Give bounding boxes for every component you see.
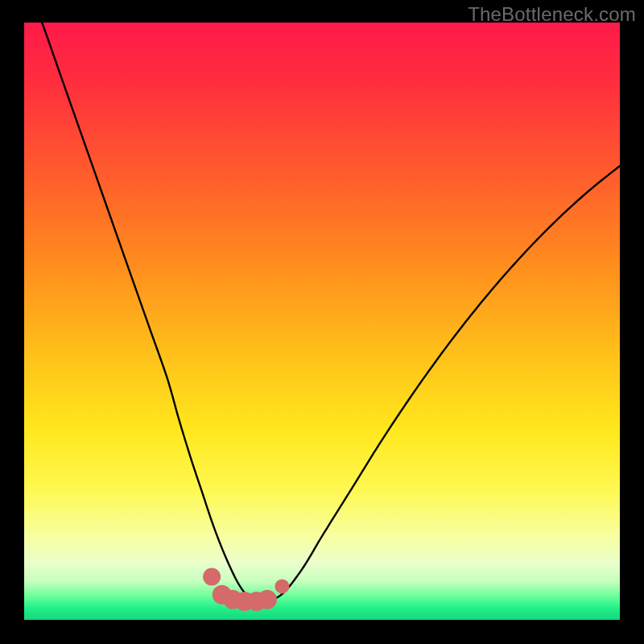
bottleneck-marker	[258, 590, 277, 609]
markers-layer	[24, 23, 620, 620]
chart-container: TheBottleneck.com	[0, 0, 644, 644]
bottleneck-marker	[203, 568, 221, 586]
plot-frame	[24, 23, 620, 620]
bottleneck-marker	[275, 579, 289, 593]
watermark-text: TheBottleneck.com	[468, 3, 636, 26]
